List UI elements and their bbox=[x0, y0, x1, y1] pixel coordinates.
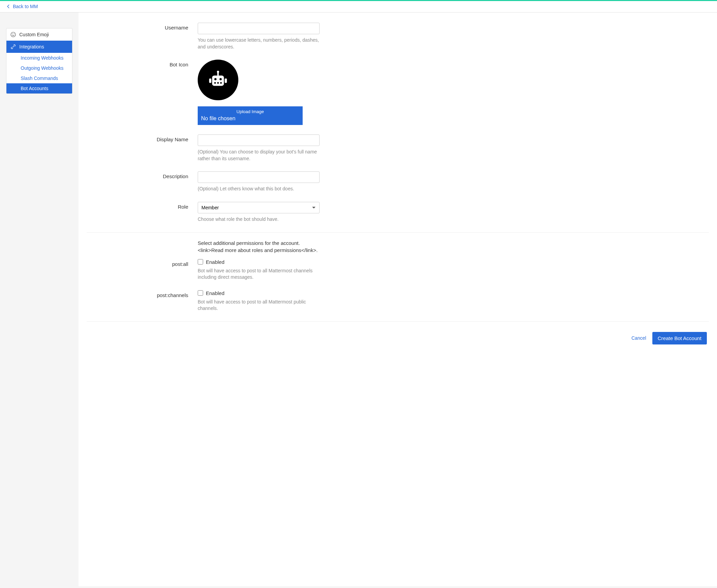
display-name-input[interactable] bbox=[198, 134, 320, 146]
svg-rect-3 bbox=[212, 76, 224, 86]
post-all-checkbox-label: Enabled bbox=[206, 259, 224, 265]
divider bbox=[87, 232, 709, 233]
upload-file-status: No file chosen bbox=[201, 115, 299, 122]
sidebar-item-slash-commands[interactable]: Slash Commands bbox=[6, 73, 72, 83]
post-channels-checkbox[interactable] bbox=[198, 290, 203, 296]
role-select[interactable]: Member bbox=[198, 202, 320, 213]
chevron-left-icon bbox=[5, 4, 11, 9]
sidebar-item-incoming-webhooks[interactable]: Incoming Webhooks bbox=[6, 53, 72, 63]
sidebar-item-integrations[interactable]: Integrations bbox=[6, 41, 72, 53]
svg-point-1 bbox=[12, 34, 13, 34]
svg-point-8 bbox=[214, 78, 217, 81]
sidebar-item-label: Incoming Webhooks bbox=[21, 55, 64, 61]
svg-rect-7 bbox=[225, 79, 227, 83]
post-all-label: post:all bbox=[87, 259, 188, 281]
username-input[interactable] bbox=[198, 23, 320, 34]
emoji-icon bbox=[10, 32, 16, 37]
description-label: Description bbox=[87, 171, 188, 192]
divider bbox=[87, 321, 709, 322]
upload-image-button[interactable]: Upload Image No file chosen bbox=[198, 106, 303, 125]
username-label: Username bbox=[87, 23, 188, 50]
cancel-link[interactable]: Cancel bbox=[631, 335, 646, 341]
description-help: (Optional) Let others know what this bot… bbox=[198, 186, 320, 192]
robot-icon bbox=[206, 68, 230, 92]
post-channels-help: Bot will have access to post to all Matt… bbox=[198, 299, 320, 312]
bot-icon-label: Bot Icon bbox=[87, 60, 188, 125]
svg-point-9 bbox=[219, 78, 222, 81]
sidebar-item-label: Integrations bbox=[19, 44, 44, 49]
post-channels-checkbox-label: Enabled bbox=[206, 290, 224, 296]
bot-avatar bbox=[198, 60, 238, 100]
description-input[interactable] bbox=[198, 171, 320, 183]
svg-rect-6 bbox=[209, 79, 212, 83]
sidebar-item-custom-emoji[interactable]: Custom Emoji bbox=[6, 28, 72, 41]
sidebar-item-outgoing-webhooks[interactable]: Outgoing Webhooks bbox=[6, 63, 72, 73]
back-link[interactable]: Back to MM bbox=[5, 4, 38, 9]
post-all-help: Bot will have access to post to all Matt… bbox=[198, 268, 320, 281]
svg-point-5 bbox=[217, 71, 219, 73]
role-help: Choose what role the bot should have. bbox=[198, 216, 320, 223]
sidebar-item-label: Outgoing Webhooks bbox=[21, 65, 64, 71]
top-bar: Back to MM bbox=[0, 1, 717, 13]
sidebar-item-label: Custom Emoji bbox=[19, 32, 49, 37]
username-help: You can use lowercase letters, numbers, … bbox=[198, 37, 320, 50]
svg-point-2 bbox=[14, 34, 14, 34]
sidebar-item-label: Bot Accounts bbox=[21, 86, 48, 91]
svg-point-0 bbox=[11, 32, 16, 37]
svg-rect-12 bbox=[220, 82, 222, 84]
post-channels-label: post:channels bbox=[87, 290, 188, 312]
display-name-label: Display Name bbox=[87, 134, 188, 162]
svg-rect-11 bbox=[217, 82, 219, 84]
role-label: Role bbox=[87, 202, 188, 223]
sidebar-item-label: Slash Commands bbox=[21, 76, 58, 81]
back-link-label: Back to MM bbox=[13, 4, 38, 9]
sidebar: Custom Emoji Integrations Incoming Webho… bbox=[0, 13, 79, 586]
svg-rect-10 bbox=[214, 82, 216, 84]
link-icon bbox=[10, 44, 16, 49]
post-all-checkbox[interactable] bbox=[198, 259, 203, 265]
permissions-intro: Select additional permissions for the ac… bbox=[198, 239, 320, 254]
main-content: Username You can use lowercase letters, … bbox=[79, 13, 717, 586]
upload-image-label: Upload Image bbox=[201, 109, 299, 114]
create-bot-account-button[interactable]: Create Bot Account bbox=[652, 332, 707, 344]
display-name-help: (Optional) You can choose to display you… bbox=[198, 149, 320, 162]
sidebar-item-bot-accounts[interactable]: Bot Accounts bbox=[6, 83, 72, 93]
